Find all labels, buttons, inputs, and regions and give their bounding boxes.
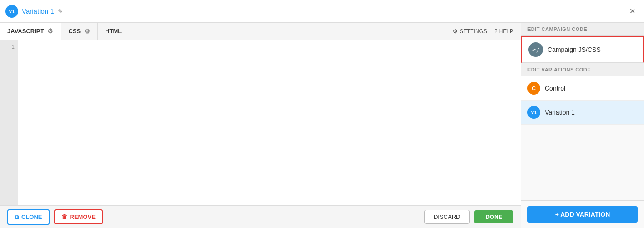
header-actions: ⛶ ✕	[609, 5, 639, 18]
variation-badge: V1	[5, 5, 18, 18]
tab-css[interactable]: CSS ⚙	[61, 23, 98, 40]
code-icon: </>	[528, 42, 543, 57]
tab-css-label: CSS	[68, 28, 81, 35]
variation1-badge: V1	[527, 106, 540, 119]
bottom-bar: ⧉ CLONE 🗑 REMOVE DISCARD DONE	[0, 205, 521, 228]
line-number-1: 1	[0, 44, 15, 50]
editor-area: JAVASCRIPT ⚙ CSS ⚙ HTML ⚙ SETTINGS ? HEL…	[0, 23, 521, 228]
tab-javascript-gear[interactable]: ⚙	[47, 27, 53, 35]
remove-button[interactable]: 🗑 REMOVE	[54, 209, 103, 224]
header-bar: V1 Variation 1 ✎ ⛶ ✕	[0, 0, 644, 23]
tab-css-gear[interactable]: ⚙	[84, 28, 90, 35]
campaign-js-css-label: Campaign JS/CSS	[548, 46, 601, 53]
main-layout: JAVASCRIPT ⚙ CSS ⚙ HTML ⚙ SETTINGS ? HEL…	[0, 23, 644, 228]
edit-icon[interactable]: ✎	[58, 8, 63, 15]
tab-html[interactable]: HTML	[98, 23, 129, 39]
discard-button[interactable]: DISCARD	[424, 210, 470, 224]
campaign-js-css-item[interactable]: </> Campaign JS/CSS	[521, 36, 644, 63]
right-bottom: + ADD VARIATION	[521, 200, 644, 228]
tab-html-label: HTML	[105, 28, 122, 35]
help-label: HELP	[499, 28, 513, 35]
settings-action[interactable]: ⚙ SETTINGS	[453, 28, 487, 35]
close-icon[interactable]: ✕	[626, 5, 639, 18]
tabs-row: JAVASCRIPT ⚙ CSS ⚙ HTML ⚙ SETTINGS ? HEL…	[0, 23, 521, 40]
control-label: Control	[545, 85, 565, 92]
line-numbers: 1	[0, 40, 18, 205]
control-badge: C	[527, 82, 540, 95]
trash-icon: 🗑	[61, 213, 67, 220]
add-variation-button[interactable]: + ADD VARIATION	[527, 206, 638, 223]
edit-campaign-code-header: EDIT CAMPAIGN CODE	[521, 23, 644, 36]
tabs-actions: ⚙ SETTINGS ? HELP	[446, 28, 521, 35]
clone-button[interactable]: ⧉ CLONE	[7, 209, 50, 225]
code-editor[interactable]: 1	[0, 40, 521, 205]
help-icon: ?	[494, 28, 497, 35]
done-button[interactable]: DONE	[474, 210, 513, 223]
code-content[interactable]	[18, 40, 521, 205]
clone-icon: ⧉	[15, 213, 19, 221]
variation1-label: Variation 1	[545, 109, 575, 116]
tab-javascript[interactable]: JAVASCRIPT ⚙	[0, 23, 61, 40]
svg-text:</>: </>	[532, 46, 539, 53]
tab-javascript-label: JAVASCRIPT	[7, 28, 44, 35]
variation-title: Variation 1	[22, 7, 54, 15]
settings-icon: ⚙	[453, 28, 458, 35]
variation-item-variation1[interactable]: V1 Variation 1	[521, 101, 644, 125]
remove-label: REMOVE	[70, 213, 96, 220]
variation-item-control[interactable]: C Control	[521, 76, 644, 101]
right-panel: EDIT CAMPAIGN CODE </> Campaign JS/CSS E…	[521, 23, 644, 228]
help-action[interactable]: ? HELP	[494, 28, 513, 35]
settings-label: SETTINGS	[460, 28, 487, 35]
expand-icon[interactable]: ⛶	[609, 5, 622, 18]
edit-variations-header: EDIT VARIATIONS CODE	[521, 63, 644, 76]
clone-label: CLONE	[21, 213, 42, 220]
